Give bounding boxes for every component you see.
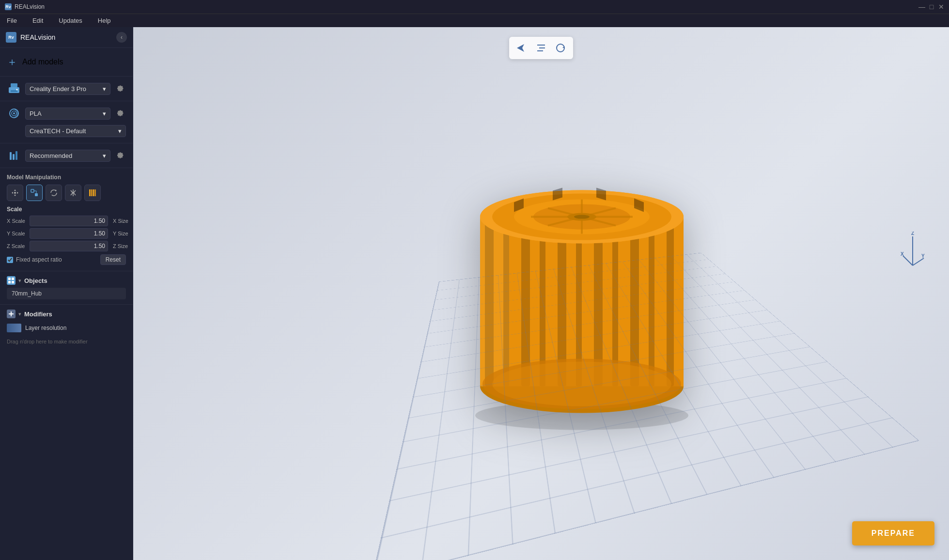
- printer-config-section: Creality Ender 3 Pro ▾: [0, 77, 133, 101]
- fixed-ratio-label: Fixed aspect ratio: [16, 256, 62, 263]
- y-size-row: Y Size: [113, 228, 133, 239]
- svg-line-55: [903, 256, 913, 265]
- printer-name: Creality Ender 3 Pro: [30, 85, 86, 93]
- svg-rect-21: [8, 281, 11, 283]
- close-button[interactable]: ✕: [938, 4, 944, 10]
- stripe-tool-button[interactable]: [84, 185, 101, 201]
- z-scale-label: Z Scale: [7, 243, 27, 249]
- svg-rect-8: [13, 154, 15, 160]
- reset-button[interactable]: Reset: [100, 254, 126, 265]
- profile-name: CreaTECH - Default: [30, 127, 86, 135]
- svg-text:X: X: [901, 251, 904, 257]
- y-scale-row: Y Scale: [7, 228, 108, 239]
- cut-tool-button[interactable]: [532, 39, 550, 57]
- modifiers-collapse-arrow: ▾: [18, 311, 21, 317]
- quality-name: Recommended: [30, 152, 72, 159]
- printer-settings-gear[interactable]: [114, 83, 126, 94]
- quality-icon: [7, 148, 21, 163]
- x-scale-label: X Scale: [7, 218, 27, 224]
- sidebar: Rv REALvision ‹ ＋ Add models: [0, 27, 133, 560]
- svg-rect-16: [91, 189, 93, 196]
- modifier-layer-label: Layer resolution: [25, 325, 66, 331]
- svg-rect-7: [10, 152, 12, 160]
- svg-point-10: [14, 192, 16, 194]
- menu-edit[interactable]: Edit: [30, 16, 46, 25]
- fixed-ratio-row: Fixed aspect ratio Reset: [7, 254, 126, 265]
- fixed-ratio-checkbox[interactable]: [7, 257, 13, 263]
- x-scale-input[interactable]: [30, 216, 108, 226]
- z-size-label: Z Size: [113, 243, 133, 249]
- prepare-button[interactable]: PREPARE: [852, 521, 934, 545]
- z-scale-input[interactable]: [30, 241, 108, 251]
- brand-icon: Rv: [6, 32, 16, 43]
- scale-tool-button[interactable]: [26, 185, 43, 201]
- add-models-row[interactable]: ＋ Add models: [0, 48, 133, 77]
- material-name: PLA: [30, 110, 42, 117]
- svg-rect-11: [31, 189, 34, 192]
- refresh-tool-button[interactable]: [552, 39, 569, 57]
- quality-settings-gear[interactable]: [114, 150, 126, 161]
- object-item[interactable]: 70mm_Hub: [7, 288, 126, 299]
- svg-point-3: [16, 89, 18, 91]
- x-size-label: X Size: [113, 218, 133, 224]
- modifiers-header[interactable]: ▾ Modifiers: [7, 310, 126, 318]
- sidebar-collapse-button[interactable]: ‹: [116, 32, 127, 43]
- move-tool-button[interactable]: [7, 185, 23, 201]
- profile-row: CreaTECH - Default ▾: [7, 124, 126, 138]
- svg-line-56: [913, 258, 924, 265]
- quality-dropdown[interactable]: Recommended ▾: [25, 150, 110, 162]
- svg-rect-9: [16, 151, 17, 160]
- app-icon: Rv: [5, 3, 12, 10]
- rotate-tool-button[interactable]: [46, 185, 62, 201]
- modifier-item: Layer resolution: [7, 321, 126, 335]
- svg-rect-12: [35, 193, 38, 196]
- filament-config-section: PLA ▾ CreaTECH - Default ▾: [0, 101, 133, 143]
- printer-dropdown-arrow: ▾: [103, 85, 106, 93]
- objects-collapse-arrow: ▾: [18, 278, 21, 284]
- sidebar-brand: Rv REALvision: [6, 32, 55, 43]
- profile-dropdown-arrow: ▾: [118, 127, 122, 135]
- x-size-row: X Size: [113, 216, 133, 226]
- svg-text:Y: Y: [921, 253, 925, 259]
- y-scale-input[interactable]: [30, 228, 108, 239]
- svg-rect-18: [95, 189, 96, 196]
- printer-dropdown[interactable]: Creality Ender 3 Pro ▾: [25, 83, 110, 95]
- z-size-row: Z Size: [113, 241, 133, 251]
- y-size-label: Y Size: [113, 231, 133, 236]
- objects-section: ▾ Objects 70mm_Hub: [0, 271, 133, 305]
- material-settings-gear[interactable]: [114, 108, 126, 119]
- modifier-layer-icon: [7, 324, 21, 332]
- svg-point-51: [574, 215, 590, 219]
- maximize-button[interactable]: □: [929, 4, 934, 10]
- axis-indicator: Z X Y: [901, 232, 925, 270]
- objects-header[interactable]: ▾ Objects: [7, 276, 126, 285]
- modifiers-title: Modifiers: [24, 311, 52, 318]
- menu-file[interactable]: File: [4, 16, 20, 25]
- modifiers-section: ▾ Modifiers Layer resolution Drag n'drop…: [0, 305, 133, 560]
- material-row: PLA ▾: [7, 106, 126, 121]
- material-dropdown[interactable]: PLA ▾: [25, 108, 110, 120]
- quality-row: Recommended ▾: [7, 148, 126, 163]
- menu-updates[interactable]: Updates: [56, 16, 85, 25]
- app-title: REALvision: [15, 3, 45, 10]
- scale-grid: X Scale X Size Y Scale Y Size: [7, 216, 126, 251]
- svg-rect-2: [11, 90, 17, 92]
- x-scale-row: X Scale: [7, 216, 108, 226]
- send-tool-button[interactable]: [513, 39, 530, 57]
- filament-icon: [7, 106, 21, 121]
- viewport-toolbar: [509, 37, 573, 59]
- svg-rect-20: [12, 278, 14, 280]
- minimize-button[interactable]: —: [919, 4, 925, 10]
- material-dropdown-arrow: ▾: [103, 110, 106, 117]
- title-bar: Rv REALvision — □ ✕: [0, 0, 949, 14]
- menu-help[interactable]: Help: [95, 16, 114, 25]
- svg-rect-17: [93, 189, 94, 196]
- modifiers-icon: [7, 310, 16, 318]
- quality-config-section: Recommended ▾: [0, 143, 133, 168]
- profile-dropdown[interactable]: CreaTECH - Default ▾: [25, 125, 126, 137]
- printer-icon: [7, 81, 21, 96]
- main-content: Rv REALvision ‹ ＋ Add models: [0, 27, 949, 560]
- brand-title: REALvision: [20, 33, 55, 41]
- mirror-tool-button[interactable]: [65, 185, 81, 201]
- window-controls[interactable]: — □ ✕: [919, 4, 944, 10]
